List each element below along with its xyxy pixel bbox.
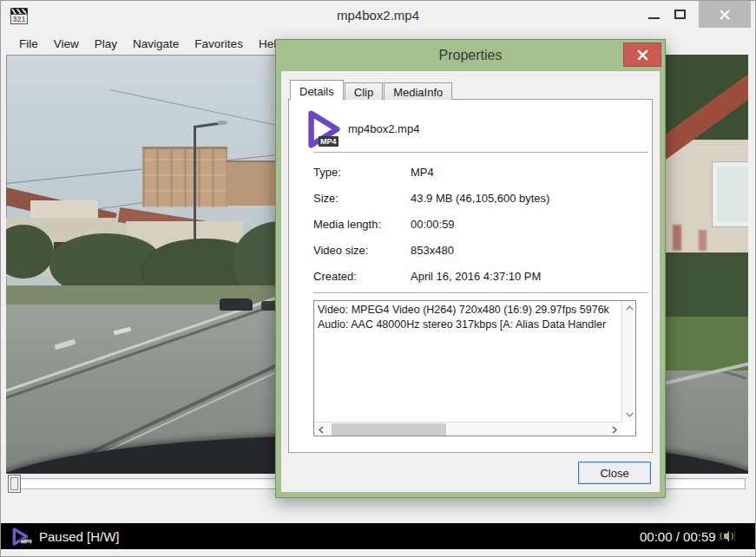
detail-row-created: Created: April 16, 2016 4:37:10 PM [313, 270, 643, 287]
audio-stream-line: Audio: AAC 48000Hz stereo 317kbps [A: Al… [318, 318, 620, 332]
detail-row-type: Type: MP4 [313, 166, 643, 183]
detail-label: Media length: [313, 218, 381, 231]
scroll-up-button[interactable] [622, 301, 636, 315]
mp4-type-badge: MP4 [319, 136, 339, 147]
playback-state: Paused [H/W] [39, 529, 120, 544]
detail-value: April 16, 2016 4:37:10 PM [411, 270, 541, 283]
minimize-icon [648, 17, 660, 19]
maximize-icon [674, 10, 686, 19]
detail-value: 853x480 [411, 244, 454, 257]
detail-label: Type: [313, 166, 341, 179]
red-flowers [673, 225, 681, 251]
tab-clip[interactable]: Clip [345, 82, 383, 100]
file-name: mp4box2.mp4 [348, 122, 419, 135]
detail-label: Size: [313, 192, 339, 205]
right-house-window [713, 162, 748, 226]
maximize-button[interactable] [667, 1, 692, 28]
detail-row-video-size: Video size: 853x480 [313, 244, 643, 261]
chevron-left-icon [319, 426, 324, 434]
menu-file[interactable]: File [11, 34, 46, 54]
dialog-title: Properties [276, 40, 665, 71]
menu-favorites[interactable]: Favorites [187, 34, 251, 54]
player-window: 321 mp4box2.mp4 File View Play Navigate … [0, 0, 756, 557]
detail-row-media-length: Media length: 00:00:59 [313, 218, 643, 235]
stream-info-text: Video: MPEG4 Video (H264) 720x480 (16:9)… [318, 303, 620, 420]
title-bar: 321 mp4box2.mp4 [1, 1, 755, 32]
car [220, 298, 253, 311]
menu-view[interactable]: View [46, 34, 87, 54]
close-button[interactable]: Close [578, 462, 651, 484]
street-lamp-arm [194, 122, 220, 128]
horizontal-scrollbar[interactable] [314, 422, 621, 436]
mp4-file-icon: MP4 [303, 108, 343, 150]
close-icon [719, 9, 731, 21]
separator-line [313, 292, 648, 293]
close-window-button[interactable] [699, 1, 751, 28]
video-stream-line: Video: MPEG4 Video (H264) 720x480 (16:9)… [318, 303, 620, 318]
stream-info-box[interactable]: Video: MPEG4 Video (H264) 720x480 (16:9)… [313, 300, 636, 436]
detail-value: MP4 [411, 166, 434, 179]
chevron-down-icon [626, 412, 634, 417]
apartment-building [142, 147, 227, 207]
details-tab-page: MP4 mp4box2.mp4 Type: MP4 Size: 43.9 MB … [288, 99, 653, 453]
dialog-body: Details Clip MediaInfo MP4 mp4box2.mp4 T… [281, 71, 660, 492]
separator-line [313, 152, 648, 153]
close-icon [637, 49, 648, 61]
minimize-button[interactable] [641, 1, 666, 28]
scroll-right-button[interactable] [608, 423, 621, 436]
seek-thumb[interactable] [8, 475, 21, 493]
street-lamp-head [217, 121, 227, 125]
detail-value: 00:00:59 [411, 218, 455, 231]
chevron-right-icon [612, 426, 617, 434]
scroll-left-button[interactable] [314, 423, 328, 436]
tab-strip: Details Clip MediaInfo [290, 80, 453, 100]
menu-navigate[interactable]: Navigate [125, 34, 187, 54]
detail-row-size: Size: 43.9 MB (46,105,600 bytes) [313, 192, 643, 209]
mp4-badge: MP4 [20, 539, 32, 544]
properties-dialog: Properties Details Clip MediaInfo MP4 mp… [275, 39, 666, 498]
detail-value: 43.9 MB (46,105,600 bytes) [411, 192, 549, 205]
menu-play[interactable]: Play [87, 34, 125, 54]
status-bar: MP4 Paused [H/W] 00:00 / 00:59 [1, 523, 755, 549]
red-flowers [699, 230, 707, 251]
mpc-logo-icon: MP4 [10, 527, 32, 547]
vertical-scrollbar[interactable] [621, 301, 635, 422]
horizontal-scroll-thumb[interactable] [332, 423, 446, 436]
scroll-down-button[interactable] [622, 408, 636, 422]
time-display: 00:00 / 00:59 [640, 529, 716, 544]
tab-details[interactable]: Details [290, 80, 344, 100]
dialog-close-button[interactable] [623, 43, 661, 67]
detail-label: Created: [313, 270, 357, 283]
tab-mediainfo[interactable]: MediaInfo [384, 82, 452, 100]
detail-label: Video size: [313, 244, 368, 257]
audio-status-icon [718, 530, 737, 543]
chevron-up-icon [626, 305, 634, 311]
